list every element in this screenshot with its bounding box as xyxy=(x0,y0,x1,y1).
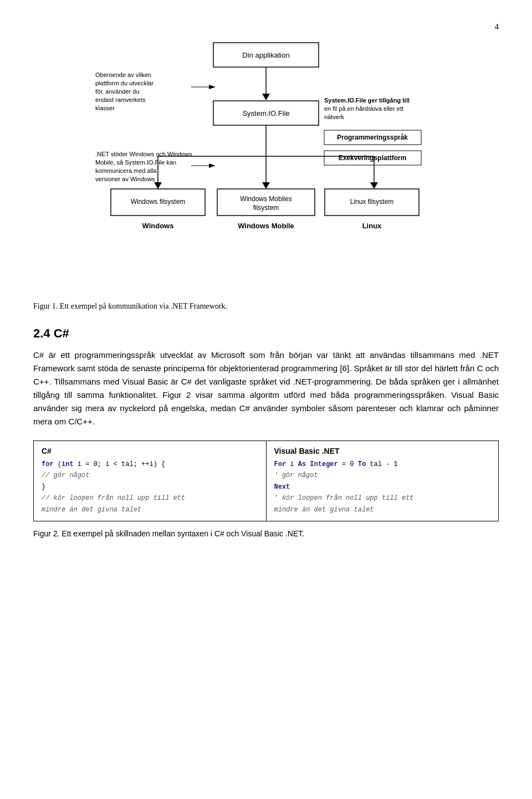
right-annotation-bold: System.IO.File ger tillgång till xyxy=(324,97,410,104)
vbnet-code: For i As Integer = 0 To tal - 1 ' gör nå… xyxy=(274,459,491,515)
figure1-caption: Figur 1. Ett exempel på kommunikation vi… xyxy=(33,302,499,311)
page-number: 4 xyxy=(33,22,499,32)
svg-text:Exekveringsplattform: Exekveringsplattform xyxy=(339,154,407,162)
svg-marker-17 xyxy=(262,182,270,189)
figure2-caption: Figur 2. Ett exempel på skillnaden mella… xyxy=(33,529,499,538)
svg-text:Windows Mobile: Windows Mobile xyxy=(238,222,294,230)
svg-marker-21 xyxy=(209,163,216,168)
svg-marker-7 xyxy=(209,85,216,89)
svg-text:Programmeringsspråk: Programmeringsspråk xyxy=(337,134,408,141)
code-comparison-table: C# for (int i = 0; i < tal; ++i) { // gö… xyxy=(33,441,499,521)
left-annotation: Oberoende av vilken plattform du utveckl… xyxy=(95,71,155,111)
col-header-vbnet: Visual Basic .NET xyxy=(274,447,491,455)
svg-text:filsystem: filsystem xyxy=(253,204,279,212)
body-paragraph-1: C# är ett programmeringsspråk utvecklat … xyxy=(33,349,499,428)
code-col-csharp: C# for (int i = 0; i < tal; ++i) { // gö… xyxy=(34,441,267,521)
svg-text:Windows: Windows xyxy=(142,222,174,230)
csharp-code: for (int i = 0; i < tal; ++i) { // gör n… xyxy=(42,459,258,515)
svg-marker-3 xyxy=(262,94,270,100)
code-col-vbnet: Visual Basic .NET For i As Integer = 0 T… xyxy=(266,441,499,521)
section-heading: 2.4 C# xyxy=(33,326,499,341)
svg-text:Windows filsystem: Windows filsystem xyxy=(131,198,186,206)
diagram-svg: Din applikation System.IO.File Oberoende… xyxy=(94,37,438,292)
svg-text:Windows Mobiles: Windows Mobiles xyxy=(240,195,291,203)
right-annotation: en fil på en hårdskiva eller ett nätverk xyxy=(324,105,405,120)
svg-text:Linux filsystem: Linux filsystem xyxy=(350,198,394,206)
svg-marker-15 xyxy=(154,182,162,189)
svg-marker-19 xyxy=(370,182,378,189)
svg-text:Linux: Linux xyxy=(362,222,382,230)
svg-text:Din applikation: Din applikation xyxy=(242,51,289,59)
svg-text:System.IO.File: System.IO.File xyxy=(242,109,289,117)
col-header-csharp: C# xyxy=(42,447,258,455)
diagram-container: Din applikation System.IO.File Oberoende… xyxy=(33,37,499,292)
bottom-left-annotation: .NET stöder Windows och Windows Mobile, … xyxy=(95,151,194,182)
